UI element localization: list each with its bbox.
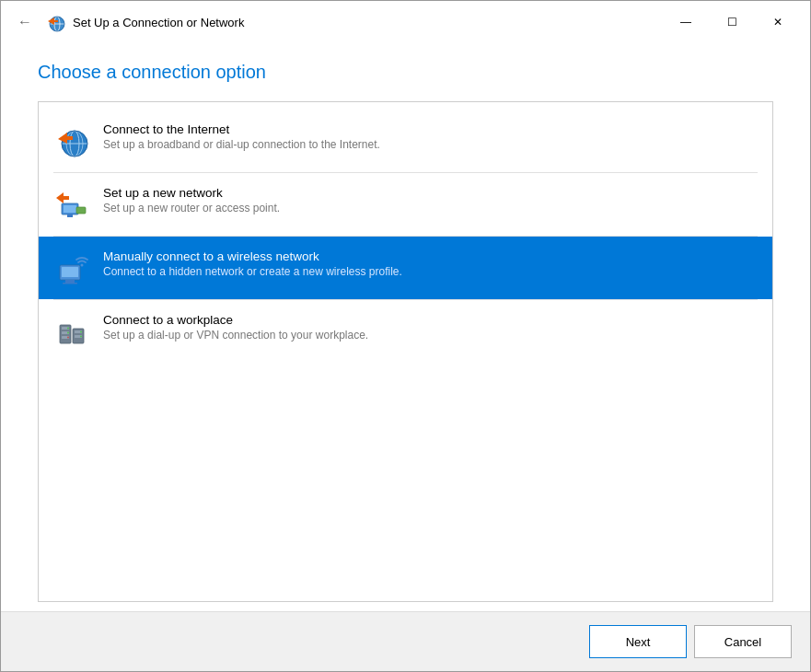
svg-point-20 <box>81 264 84 267</box>
option-wireless[interactable]: Manually connect to a wireless network C… <box>39 237 772 299</box>
svg-point-26 <box>67 332 69 334</box>
option-internet-icon <box>53 122 90 159</box>
option-internet[interactable]: Connect to the Internet Set up a broadba… <box>39 110 772 172</box>
option-workplace-desc: Set up a dial-up or VPN connection to yo… <box>103 329 368 342</box>
option-new-network[interactable]: Set up a new network Set up a new router… <box>39 173 772 236</box>
titlebar: ← Set Up a Connection or Network — ☐ ✕ <box>1 1 810 43</box>
back-button[interactable]: ← <box>12 12 38 32</box>
option-internet-desc: Set up a broadband or dial-up connection… <box>103 138 380 151</box>
svg-point-31 <box>80 331 82 333</box>
option-wireless-icon <box>53 249 90 286</box>
option-workplace[interactable]: Connect to a workplace Set up a dial-up … <box>39 300 772 363</box>
footer: Next Cancel <box>1 611 810 671</box>
options-container: Connect to the Internet Set up a broadba… <box>38 101 773 602</box>
app-icon <box>45 12 65 32</box>
svg-rect-19 <box>63 283 77 284</box>
titlebar-left: ← Set Up a Connection or Network <box>12 12 244 32</box>
option-wireless-title: Manually connect to a wireless network <box>103 249 402 263</box>
titlebar-controls: — ☐ ✕ <box>665 8 799 36</box>
option-wireless-desc: Connect to a hidden network or create a … <box>103 265 402 278</box>
svg-point-27 <box>67 337 69 339</box>
next-button[interactable]: Next <box>589 625 687 658</box>
option-new-network-icon <box>53 186 90 223</box>
page-title: Choose a connection option <box>38 62 773 83</box>
svg-marker-14 <box>56 192 69 203</box>
close-button[interactable]: ✕ <box>757 8 799 36</box>
option-new-network-text: Set up a new network Set up a new router… <box>103 186 280 214</box>
svg-point-32 <box>80 336 82 338</box>
titlebar-title: Set Up a Connection or Network <box>73 16 244 29</box>
restore-button[interactable]: ☐ <box>711 8 753 36</box>
minimize-button[interactable]: — <box>665 8 707 36</box>
svg-rect-18 <box>65 280 75 283</box>
option-wireless-text: Manually connect to a wireless network C… <box>103 249 402 278</box>
main-content: Choose a connection option Connect to th… <box>1 43 810 611</box>
option-new-network-title: Set up a new network <box>103 186 280 200</box>
option-internet-title: Connect to the Internet <box>103 122 380 136</box>
svg-rect-15 <box>76 207 86 214</box>
option-workplace-text: Connect to a workplace Set up a dial-up … <box>103 313 368 342</box>
option-new-network-desc: Set up a new router or access point. <box>103 202 280 214</box>
svg-rect-13 <box>67 214 73 217</box>
svg-rect-12 <box>64 205 76 213</box>
cancel-button[interactable]: Cancel <box>694 625 792 658</box>
option-workplace-title: Connect to a workplace <box>103 313 368 327</box>
option-workplace-icon <box>53 313 90 350</box>
svg-rect-17 <box>62 267 78 277</box>
svg-point-25 <box>67 328 69 330</box>
option-internet-text: Connect to the Internet Set up a broadba… <box>103 122 380 151</box>
